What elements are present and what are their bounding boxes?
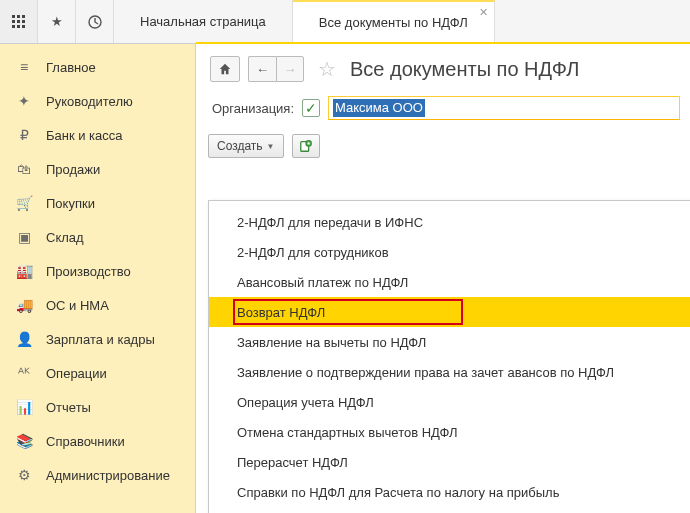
toolbar: Создать ▼ [206, 134, 680, 158]
create-button[interactable]: Создать ▼ [208, 134, 284, 158]
person-star-icon: ✦ [14, 93, 34, 109]
bag-icon: 🛍 [14, 161, 34, 177]
organization-checkbox[interactable]: ✓ [302, 99, 320, 117]
favorite-toggle-icon[interactable]: ☆ [318, 57, 336, 81]
svg-rect-3 [12, 20, 15, 23]
dropdown-item-highlighted[interactable]: Возврат НДФЛ [209, 297, 690, 327]
dropdown-item[interactable]: Операция учета НДФЛ [209, 387, 690, 417]
menu-icon: ≡ [14, 59, 34, 75]
page-heading: ← → ☆ Все документы по НДФЛ [206, 56, 680, 82]
sidebar-item-manager[interactable]: ✦Руководителю [0, 84, 195, 118]
factory-icon: 🏭 [14, 263, 34, 279]
cart-icon: 🛒 [14, 195, 34, 211]
sidebar-item-reports[interactable]: 📊Отчеты [0, 390, 195, 424]
user-icon: 👤 [14, 331, 34, 347]
sidebar: ≡Главное ✦Руководителю ₽Банк и касса 🛍Пр… [0, 44, 196, 513]
tab-label: Начальная страница [140, 14, 266, 29]
sidebar-item-label: ОС и НМА [46, 298, 109, 313]
svg-rect-4 [17, 20, 20, 23]
sidebar-item-label: Производство [46, 264, 131, 279]
dropdown-item[interactable]: Отмена стандартных вычетов НДФЛ [209, 417, 690, 447]
sidebar-item-purchases[interactable]: 🛒Покупки [0, 186, 195, 220]
create-dropdown: 2-НДФЛ для передачи в ИФНС 2-НДФЛ для со… [208, 200, 690, 513]
svg-rect-6 [12, 25, 15, 28]
dropdown-item[interactable]: Уведомление НО о праве на вычеты [209, 507, 690, 513]
tab-label: Все документы по НДФЛ [319, 15, 468, 30]
topbar: ★ Начальная страница Все документы по НД… [0, 0, 690, 44]
sidebar-item-label: Зарплата и кадры [46, 332, 155, 347]
dropdown-item[interactable]: Авансовый платеж по НДФЛ [209, 267, 690, 297]
tab-all-ndfl-docs[interactable]: Все документы по НДФЛ ✕ [293, 0, 495, 43]
svg-rect-8 [22, 25, 25, 28]
truck-icon: 🚚 [14, 297, 34, 313]
dropdown-item[interactable]: Перерасчет НДФЛ [209, 447, 690, 477]
nav-back-forward: ← → [248, 56, 304, 82]
ruble-icon: ₽ [14, 127, 34, 143]
sidebar-item-label: Справочники [46, 434, 125, 449]
sidebar-item-main[interactable]: ≡Главное [0, 50, 195, 84]
sidebar-item-assets[interactable]: 🚚ОС и НМА [0, 288, 195, 322]
sidebar-item-label: Покупки [46, 196, 95, 211]
svg-rect-0 [12, 15, 15, 18]
home-button[interactable] [210, 56, 240, 82]
main-content: ← → ☆ Все документы по НДФЛ Организация:… [196, 42, 690, 513]
chevron-down-icon: ▼ [267, 142, 275, 151]
sidebar-item-references[interactable]: 📚Справочники [0, 424, 195, 458]
organization-label: Организация: [212, 101, 294, 116]
sidebar-item-bank[interactable]: ₽Банк и касса [0, 118, 195, 152]
back-button[interactable]: ← [248, 56, 276, 82]
svg-rect-1 [17, 15, 20, 18]
dropdown-item[interactable]: 2-НДФЛ для сотрудников [209, 237, 690, 267]
organization-row: Организация: ✓ Максима ООО [206, 96, 680, 120]
sidebar-item-label: Операции [46, 366, 107, 381]
boxes-icon: ▣ [14, 229, 34, 245]
sidebar-item-production[interactable]: 🏭Производство [0, 254, 195, 288]
sidebar-item-label: Администрирование [46, 468, 170, 483]
page-title: Все документы по НДФЛ [350, 58, 579, 81]
sidebar-item-admin[interactable]: ⚙Администрирование [0, 458, 195, 492]
sidebar-item-label: Руководителю [46, 94, 133, 109]
sidebar-item-label: Продажи [46, 162, 100, 177]
close-icon[interactable]: ✕ [479, 6, 488, 19]
svg-rect-2 [22, 15, 25, 18]
forward-button: → [276, 56, 304, 82]
dropdown-item[interactable]: Справки по НДФЛ для Расчета по налогу на… [209, 477, 690, 507]
sidebar-item-warehouse[interactable]: ▣Склад [0, 220, 195, 254]
gear-icon: ⚙ [14, 467, 34, 483]
sidebar-item-label: Главное [46, 60, 96, 75]
organization-value: Максима ООО [333, 99, 425, 117]
chart-icon: 📊 [14, 399, 34, 415]
svg-rect-7 [17, 25, 20, 28]
dropdown-item[interactable]: Заявление о подтверждении права на зачет… [209, 357, 690, 387]
dropdown-item[interactable]: 2-НДФЛ для передачи в ИФНС [209, 207, 690, 237]
book-icon: 📚 [14, 433, 34, 449]
create-button-label: Создать [217, 139, 263, 153]
apps-grid-icon[interactable] [0, 0, 38, 43]
history-icon[interactable] [76, 0, 114, 43]
tabs: Начальная страница Все документы по НДФЛ… [114, 0, 690, 43]
organization-input[interactable]: Максима ООО [328, 96, 680, 120]
svg-rect-5 [22, 20, 25, 23]
sidebar-item-operations[interactable]: ᴬᴷОперации [0, 356, 195, 390]
sidebar-item-label: Отчеты [46, 400, 91, 415]
refresh-button[interactable] [292, 134, 320, 158]
sidebar-item-salary[interactable]: 👤Зарплата и кадры [0, 322, 195, 356]
sidebar-item-sales[interactable]: 🛍Продажи [0, 152, 195, 186]
favorite-star-icon[interactable]: ★ [38, 0, 76, 43]
sidebar-item-label: Банк и касса [46, 128, 123, 143]
sidebar-item-label: Склад [46, 230, 84, 245]
tab-start-page[interactable]: Начальная страница [114, 0, 293, 43]
dropdown-item[interactable]: Заявление на вычеты по НДФЛ [209, 327, 690, 357]
operations-icon: ᴬᴷ [14, 365, 34, 381]
